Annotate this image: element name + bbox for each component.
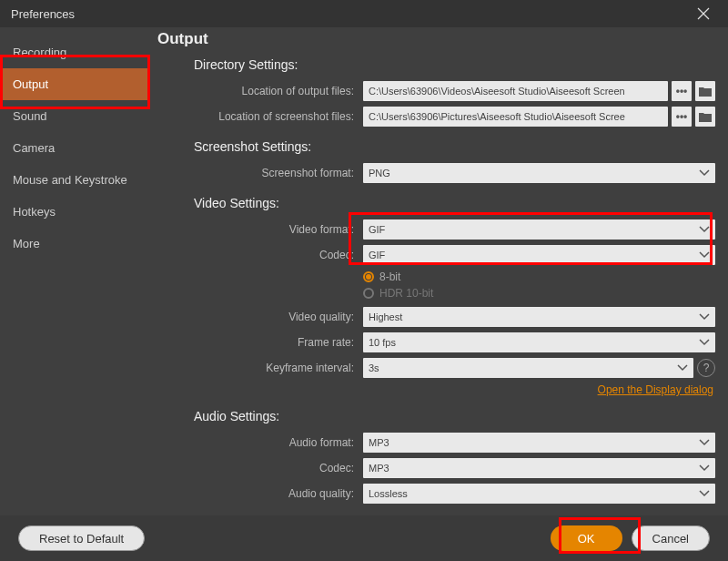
- section-audio: Audio Settings: Audio format: MP3 Codec:: [194, 409, 715, 504]
- more-icon: •••: [676, 85, 688, 97]
- audio-codec-label: Codec:: [194, 462, 358, 474]
- preferences-window: Preferences Recording Output Sound Camer…: [0, 0, 728, 561]
- video-quality-label: Video quality:: [194, 311, 358, 323]
- chevron-down-icon: [677, 362, 688, 373]
- close-button[interactable]: [690, 0, 717, 27]
- folder-icon: [699, 86, 712, 97]
- reset-to-default-button[interactable]: Reset to Default: [18, 525, 145, 551]
- screenshot-path-field[interactable]: C:\Users\63906\Pictures\Aiseesoft Studio…: [363, 107, 668, 127]
- sidebar-item-recording[interactable]: Recording: [0, 36, 150, 68]
- main-panel: Output Directory Settings: Location of o…: [150, 27, 728, 515]
- audio-title: Audio Settings:: [194, 409, 715, 423]
- chevron-down-icon: [699, 463, 710, 474]
- chevron-down-icon: [699, 311, 710, 322]
- chevron-down-icon: [699, 250, 710, 260]
- sidebar-item-sound[interactable]: Sound: [0, 100, 150, 132]
- sidebar-item-more[interactable]: More: [0, 228, 150, 260]
- sidebar: Recording Output Sound Camera Mouse and …: [0, 27, 150, 515]
- chevron-down-icon: [699, 437, 710, 448]
- video-format-select[interactable]: GIF: [363, 219, 715, 240]
- frame-rate-select[interactable]: 10 fps: [363, 332, 715, 352]
- video-title: Video Settings:: [194, 196, 715, 210]
- sidebar-item-output[interactable]: Output: [0, 68, 150, 100]
- output-path-field[interactable]: C:\Users\63906\Videos\Aiseesoft Studio\A…: [363, 81, 668, 101]
- audio-codec-select[interactable]: MP3: [363, 458, 715, 478]
- footer: Reset to Default OK Cancel: [0, 515, 728, 561]
- chevron-down-icon: [699, 168, 710, 178]
- keyframe-help-button[interactable]: ?: [697, 359, 715, 377]
- open-display-dialog-link[interactable]: Open the Display dialog: [194, 383, 713, 396]
- keyframe-select[interactable]: 3s: [363, 358, 693, 378]
- audio-quality-label: Audio quality:: [194, 487, 358, 500]
- audio-quality-select[interactable]: Lossless: [363, 484, 715, 504]
- chevron-down-icon: [699, 488, 710, 499]
- folder-icon: [699, 111, 712, 122]
- ok-button[interactable]: OK: [551, 525, 622, 551]
- screenshot-title: Screenshot Settings:: [194, 139, 715, 154]
- section-video: Video Settings: Video format: GIF Codec:: [194, 196, 715, 396]
- video-codec-label: Codec:: [194, 249, 358, 261]
- chevron-down-icon: [699, 337, 710, 348]
- sidebar-item-camera[interactable]: Camera: [0, 132, 150, 164]
- window-title: Preferences: [11, 7, 75, 21]
- bit-depth-hdr[interactable]: HDR 10-bit: [363, 287, 715, 300]
- audio-format-select[interactable]: MP3: [363, 433, 715, 453]
- sidebar-item-hotkeys[interactable]: Hotkeys: [0, 196, 150, 228]
- screenshot-format-select[interactable]: PNG: [363, 163, 715, 183]
- video-codec-select[interactable]: GIF: [363, 245, 715, 265]
- output-path-more-button[interactable]: •••: [672, 81, 692, 101]
- audio-format-label: Audio format:: [194, 436, 358, 449]
- section-directory: Directory Settings: Location of output f…: [194, 57, 715, 127]
- screenshot-path-label: Location of screenshot files:: [194, 110, 358, 123]
- chevron-down-icon: [699, 224, 710, 235]
- screenshot-path-browse-button[interactable]: [695, 107, 715, 127]
- sidebar-item-mouse-keystroke[interactable]: Mouse and Keystroke: [0, 164, 150, 196]
- bit-depth-8bit[interactable]: 8-bit: [363, 270, 715, 283]
- output-path-label: Location of output files:: [194, 85, 358, 97]
- output-path-browse-button[interactable]: [695, 81, 715, 101]
- titlebar: Preferences: [0, 0, 728, 27]
- more-icon: •••: [676, 110, 688, 123]
- frame-rate-label: Frame rate:: [194, 336, 358, 349]
- section-screenshot: Screenshot Settings: Screenshot format: …: [194, 139, 715, 183]
- screenshot-format-label: Screenshot format:: [194, 167, 358, 179]
- radio-icon: [363, 271, 374, 282]
- cancel-button[interactable]: Cancel: [632, 525, 710, 551]
- page-heading: Output: [157, 30, 715, 48]
- radio-icon: [363, 288, 374, 299]
- video-quality-select[interactable]: Highest: [363, 307, 715, 327]
- video-format-label: Video format:: [194, 223, 358, 236]
- screenshot-path-more-button[interactable]: •••: [672, 107, 692, 127]
- keyframe-label: Keyframe interval:: [194, 362, 358, 374]
- close-icon: [697, 7, 710, 20]
- directory-title: Directory Settings:: [194, 57, 715, 72]
